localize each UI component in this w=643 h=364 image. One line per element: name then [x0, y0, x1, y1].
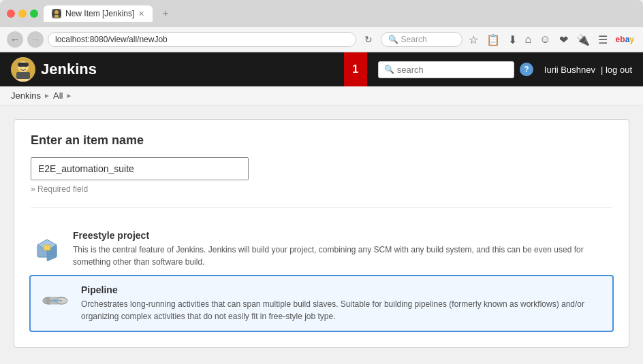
browser-search-box[interactable]: 🔍 Search: [381, 32, 462, 47]
freestyle-project-option[interactable]: Freestyle project This is the central fe…: [31, 222, 612, 276]
svg-rect-9: [16, 72, 30, 79]
pipeline-icon-svg: [40, 286, 70, 316]
pipeline-project-info: Pipeline Orchestrates long-running activ…: [81, 284, 604, 322]
svg-point-1: [54, 10, 59, 14]
content-card: Enter an item name » Required field Free…: [14, 119, 629, 348]
svg-point-18: [52, 299, 58, 303]
jenkins-logout-button[interactable]: | log out: [601, 65, 632, 75]
maximize-dot[interactable]: [30, 10, 38, 18]
freestyle-project-info: Freestyle project This is the central fe…: [73, 230, 612, 268]
favicon-icon: [52, 9, 61, 18]
jenkins-title: Jenkins: [41, 61, 97, 78]
browser-search-icon: 🔍: [388, 35, 398, 44]
bookmark-icon[interactable]: ☆: [467, 32, 480, 48]
svg-rect-8: [18, 63, 29, 67]
required-field-label: » Required field: [31, 184, 612, 194]
history-icon[interactable]: 📋: [484, 32, 502, 48]
browser-titlebar: New Item [Jenkins] ✕ +: [0, 0, 643, 27]
freestyle-icon-svg: [32, 231, 62, 261]
svg-rect-19: [47, 298, 50, 303]
breadcrumb: Jenkins ► All ►: [0, 86, 643, 105]
jenkins-notification-badge[interactable]: 1: [344, 52, 367, 86]
pipeline-project-name: Pipeline: [81, 284, 604, 295]
jenkins-avatar: [11, 57, 35, 82]
svg-rect-2: [54, 15, 59, 18]
item-name-input[interactable]: [31, 157, 249, 180]
jenkins-search-icon: 🔍: [384, 65, 394, 74]
svg-rect-13: [44, 245, 50, 250]
extensions-icon[interactable]: 🔌: [574, 32, 592, 48]
pipeline-project-icon: [39, 284, 72, 317]
pipeline-project-desc: Orchestrates long-running activities tha…: [81, 298, 604, 322]
browser-tab[interactable]: New Item [Jenkins] ✕: [44, 5, 153, 22]
jenkins-logo-area: Jenkins: [0, 57, 344, 82]
browser-actions: ☆ 📋 ⬇ ⌂ ☺ ❤ 🔌 ☰ ebay: [467, 32, 636, 48]
jenkins-header: Jenkins 1 🔍 ? Iurii Bushnev | log out: [0, 52, 643, 86]
jenkins-search-box[interactable]: 🔍: [378, 61, 514, 78]
browser-dots: [7, 10, 38, 18]
url-text: localhost:8080/view/all/newJob: [55, 35, 168, 44]
tab-title: New Item [Jenkins]: [65, 9, 134, 18]
back-button[interactable]: ←: [7, 31, 23, 48]
refresh-button[interactable]: ↻: [360, 33, 377, 46]
menu-icon[interactable]: ☰: [596, 32, 610, 48]
main-content: Enter an item name » Required field Free…: [0, 105, 643, 361]
address-bar[interactable]: localhost:8080/view/all/newJob: [48, 32, 356, 47]
jenkins-logo-icon: [11, 57, 35, 82]
emoji-icon[interactable]: ☺: [537, 32, 552, 47]
close-dot[interactable]: [7, 10, 15, 18]
help-button[interactable]: ?: [520, 63, 533, 76]
breadcrumb-all[interactable]: All: [53, 90, 63, 101]
freestyle-project-icon: [31, 230, 63, 263]
freestyle-project-desc: This is the central feature of Jenkins. …: [73, 244, 612, 268]
tab-favicon: [52, 9, 61, 18]
freestyle-project-name: Freestyle project: [73, 230, 612, 241]
minimize-dot[interactable]: [18, 10, 27, 18]
jenkins-username[interactable]: Iurii Bushnev: [544, 65, 595, 75]
jenkins-search-input[interactable]: [397, 65, 508, 75]
pipeline-project-option[interactable]: Pipeline Orchestrates long-running activ…: [29, 275, 614, 332]
tab-close-button[interactable]: ✕: [138, 10, 144, 18]
section-divider: [31, 208, 612, 208]
browser-chrome: New Item [Jenkins] ✕ + ← → localhost:808…: [0, 0, 643, 52]
browser-search-text: Search: [401, 35, 427, 44]
browser-toolbar: ← → localhost:8080/view/all/newJob ↻ 🔍 S…: [0, 27, 643, 52]
section-title: Enter an item name: [31, 133, 612, 148]
download-icon[interactable]: ⬇: [506, 32, 519, 48]
ebay-icon[interactable]: ebay: [614, 33, 636, 46]
forward-button[interactable]: →: [27, 31, 44, 48]
pocket-icon[interactable]: ❤: [557, 32, 570, 48]
breadcrumb-sep-2: ►: [65, 92, 72, 99]
jenkins-search-area: 🔍 ? Iurii Bushnev | log out: [367, 61, 643, 78]
breadcrumb-jenkins[interactable]: Jenkins: [11, 90, 41, 101]
breadcrumb-sep-1: ►: [44, 92, 50, 99]
home-icon[interactable]: ⌂: [523, 32, 534, 47]
new-tab-button[interactable]: +: [158, 6, 172, 21]
